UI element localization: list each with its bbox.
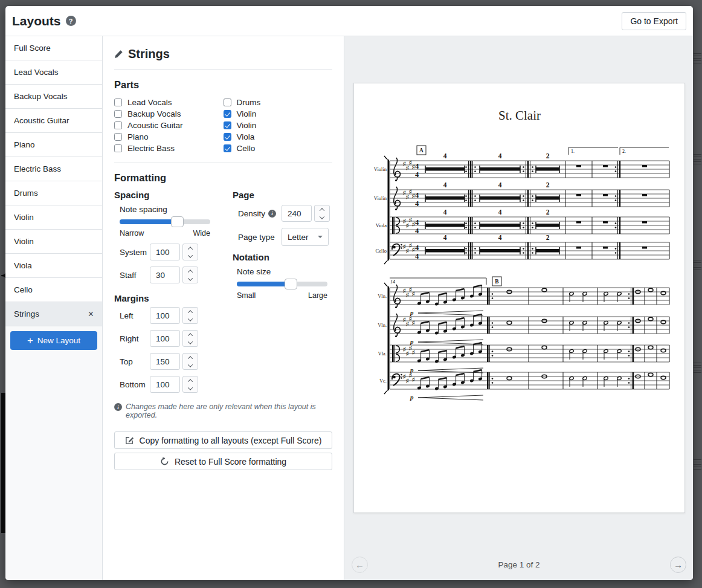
sidebar-item-label: Cello	[14, 285, 33, 294]
part-label: Acoustic Guitar	[127, 121, 183, 130]
stepper-up-icon[interactable]	[183, 308, 198, 315]
right-stepper[interactable]	[182, 330, 198, 347]
stepper-up-icon[interactable]	[183, 376, 198, 384]
staff-label: Staff	[120, 271, 150, 280]
help-icon[interactable]: ?	[66, 16, 76, 26]
checkbox-checked[interactable]	[224, 133, 231, 141]
sidebar-item-violin[interactable]: Violin	[5, 205, 102, 230]
sidebar-item-lead-vocals[interactable]: Lead Vocals	[5, 60, 102, 85]
slider-knob[interactable]	[285, 279, 297, 289]
density-label: Density	[238, 209, 265, 218]
right-field: Right	[120, 330, 210, 347]
svg-text:♯: ♯	[406, 165, 409, 171]
svg-text:4: 4	[415, 199, 419, 208]
svg-text:2: 2	[546, 234, 550, 241]
note-size-slider[interactable]	[237, 282, 327, 286]
stepper-down-icon[interactable]	[183, 252, 198, 260]
part-label: Lead Vocals	[127, 98, 172, 107]
sidebar-item-label: Backup Vocals	[14, 92, 68, 101]
sidebar-item-cello[interactable]: Cello	[5, 278, 102, 302]
checkbox-unchecked[interactable]	[114, 121, 122, 129]
checkbox-checked[interactable]	[224, 110, 231, 118]
reset-formatting-button[interactable]: Reset to Full Score formatting	[114, 453, 332, 470]
part-row-lead-vocals[interactable]: Lead Vocals	[114, 97, 224, 108]
close-icon[interactable]: ×	[88, 311, 94, 318]
checkbox-unchecked[interactable]	[224, 99, 231, 106]
page-type-select[interactable]: Letter	[282, 228, 329, 246]
stepper-down-icon[interactable]	[183, 361, 198, 369]
parts-heading: Parts	[114, 79, 332, 91]
notation-heading: Notation	[233, 252, 332, 262]
sidebar-item-acoustic-guitar[interactable]: Acoustic Guitar	[5, 109, 102, 133]
staff-input[interactable]	[150, 267, 180, 283]
edit-pencil-icon[interactable]	[114, 50, 123, 59]
svg-text:2: 2	[546, 181, 550, 189]
stepper-down-icon[interactable]	[183, 275, 198, 283]
sidebar-item-piano[interactable]: Piano	[5, 133, 102, 157]
stepper-down-icon[interactable]	[183, 338, 198, 346]
density-input[interactable]	[282, 205, 312, 222]
checkbox-unchecked[interactable]	[114, 133, 122, 141]
part-row-viola[interactable]: Viola	[224, 131, 333, 143]
sidebar-item-drums[interactable]: Drums	[5, 181, 102, 205]
part-row-piano[interactable]: Piano	[114, 131, 224, 143]
stepper-down-icon[interactable]	[183, 315, 198, 323]
svg-text:St. Clair: St. Clair	[498, 108, 541, 123]
part-row-cello[interactable]: Cello	[224, 143, 333, 154]
part-row-acoustic-guitar[interactable]: Acoustic Guitar	[114, 120, 224, 131]
stepper-up-icon[interactable]	[183, 354, 198, 361]
slider-knob[interactable]	[171, 216, 184, 227]
stepper-down-icon[interactable]	[183, 384, 198, 392]
stepper-up-icon[interactable]	[315, 205, 329, 213]
svg-text:4: 4	[415, 170, 419, 179]
part-row-drums[interactable]: Drums	[224, 97, 333, 108]
checkbox-unchecked[interactable]	[114, 110, 122, 118]
svg-text:B: B	[495, 279, 499, 285]
score-preview-panel: St. ClairA1.2.Violin♯♯♯♯44442Violin♯♯♯♯4…	[344, 36, 693, 580]
part-row-violin[interactable]: Violin	[224, 108, 333, 120]
checkbox-checked[interactable]	[224, 144, 231, 152]
sidebar-item-viola[interactable]: Viola	[5, 254, 102, 278]
system-input[interactable]	[150, 244, 180, 260]
system-stepper[interactable]	[182, 244, 198, 260]
copy-formatting-button[interactable]: Copy formatting to all layouts (except F…	[114, 431, 332, 449]
top-field: Top	[120, 353, 210, 370]
svg-text:1.: 1.	[571, 149, 575, 154]
part-row-backup-vocals[interactable]: Backup Vocals	[114, 108, 224, 120]
top-input[interactable]	[150, 353, 180, 370]
checkbox-unchecked[interactable]	[114, 144, 122, 152]
layouts-dialog: Layouts ? Go to Export Full ScoreLead Vo…	[5, 6, 693, 580]
sidebar-item-backup-vocals[interactable]: Backup Vocals	[5, 85, 102, 109]
stepper-up-icon[interactable]	[183, 267, 198, 275]
right-input[interactable]	[150, 330, 180, 347]
new-layout-button[interactable]: + New Layout	[10, 331, 97, 350]
sidebar-item-full-score[interactable]: Full Score	[5, 36, 102, 60]
part-label: Electric Bass	[127, 144, 175, 153]
stepper-up-icon[interactable]	[183, 331, 198, 338]
go-to-export-button[interactable]: Go to Export	[622, 12, 686, 30]
note-spacing-slider[interactable]	[120, 219, 210, 224]
right-label: Right	[120, 334, 150, 343]
left-input[interactable]	[150, 307, 180, 324]
top-stepper[interactable]	[182, 353, 198, 370]
info-icon[interactable]: i	[268, 210, 276, 218]
left-stepper[interactable]	[182, 307, 198, 324]
bottom-stepper[interactable]	[182, 376, 198, 393]
part-row-violin[interactable]: Violin	[224, 120, 333, 131]
sidebar-item-violin[interactable]: Violin	[5, 230, 102, 254]
reset-formatting-label: Reset to Full Score formatting	[175, 457, 286, 467]
part-row-electric-bass[interactable]: Electric Bass	[114, 143, 224, 154]
divider	[114, 163, 332, 163]
svg-text:♯: ♯	[406, 378, 409, 384]
stepper-down-icon[interactable]	[315, 213, 329, 221]
stepper-up-icon[interactable]	[183, 244, 198, 252]
density-stepper[interactable]	[314, 205, 330, 222]
checkbox-checked[interactable]	[224, 121, 231, 129]
page-type-label: Page type	[238, 233, 275, 242]
checkbox-unchecked[interactable]	[114, 99, 122, 106]
bottom-input[interactable]	[150, 376, 180, 393]
sidebar-item-strings[interactable]: Strings×	[5, 302, 102, 326]
staff-field: Staff	[120, 267, 210, 283]
sidebar-item-electric-bass[interactable]: Electric Bass	[5, 157, 102, 181]
staff-stepper[interactable]	[182, 267, 198, 283]
